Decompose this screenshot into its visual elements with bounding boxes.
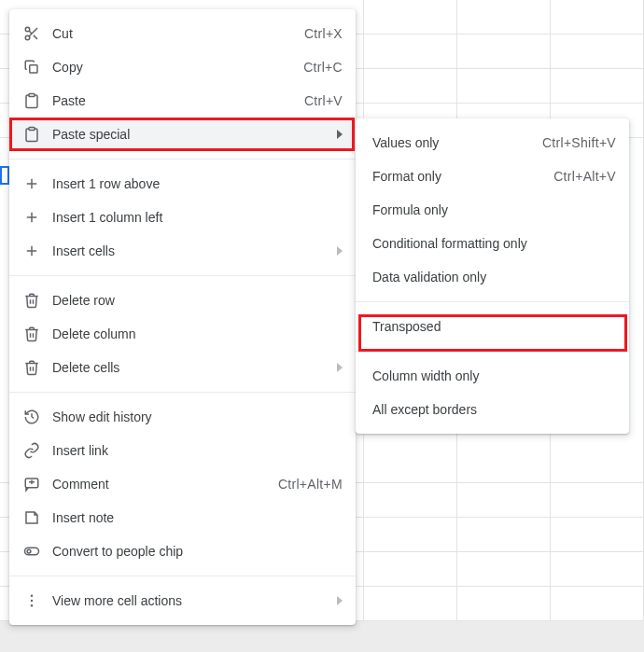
menu-divider xyxy=(356,351,629,352)
menu-divider xyxy=(9,275,356,276)
svg-rect-7 xyxy=(29,128,35,131)
menu-label: Copy xyxy=(52,60,303,75)
menu-item-insert-link[interactable]: Insert link xyxy=(9,434,356,467)
menu-item-insert-note[interactable]: Insert note xyxy=(9,501,356,534)
svg-point-1 xyxy=(25,35,30,40)
menu-item-comment[interactable]: Comment Ctrl+Alt+M xyxy=(9,467,356,501)
menu-divider xyxy=(9,576,356,576)
note-icon xyxy=(22,508,41,527)
menu-item-delete-column[interactable]: Delete column xyxy=(9,317,356,351)
plus-icon xyxy=(22,208,41,227)
copy-icon xyxy=(22,58,41,76)
svg-line-3 xyxy=(34,35,37,39)
plus-icon xyxy=(22,174,41,193)
svg-line-15 xyxy=(32,417,34,419)
menu-item-copy[interactable]: Copy Ctrl+C xyxy=(9,50,356,84)
submenu-label: Formula only xyxy=(372,202,616,217)
plus-icon xyxy=(22,242,41,260)
menu-shortcut: Ctrl+Alt+M xyxy=(278,477,343,492)
comment-icon xyxy=(22,475,41,493)
svg-point-20 xyxy=(27,549,31,553)
submenu-label: Format only xyxy=(372,169,553,184)
submenu-label: Conditional formatting only xyxy=(372,236,616,251)
svg-line-4 xyxy=(29,31,32,34)
svg-point-22 xyxy=(31,600,33,602)
menu-item-paste-special[interactable]: Paste special xyxy=(9,118,356,151)
trash-icon xyxy=(22,325,41,343)
menu-item-insert-row-above[interactable]: Insert 1 row above xyxy=(9,167,356,201)
menu-label: Paste special xyxy=(52,127,337,142)
menu-item-insert-col-left[interactable]: Insert 1 column left xyxy=(9,201,356,234)
menu-label: Show edit history xyxy=(52,409,343,424)
more-vertical-icon xyxy=(22,591,41,610)
submenu-item-formula-only[interactable]: Formula only xyxy=(356,193,629,227)
submenu-item-values-only[interactable]: Values only Ctrl+Shift+V xyxy=(356,126,629,160)
paste-special-submenu: Values only Ctrl+Shift+V Format only Ctr… xyxy=(356,118,629,434)
menu-label: Paste xyxy=(52,93,304,108)
context-menu: Cut Ctrl+X Copy Ctrl+C Paste Ctrl+V Past… xyxy=(9,9,356,625)
menu-divider xyxy=(356,301,629,302)
menu-label: Insert note xyxy=(52,510,343,525)
submenu-arrow-icon xyxy=(337,130,343,139)
submenu-item-all-except-borders[interactable]: All except borders xyxy=(356,393,629,426)
scissors-icon xyxy=(22,24,41,43)
submenu-item-format-only[interactable]: Format only Ctrl+Alt+V xyxy=(356,160,629,193)
person-chip-icon xyxy=(22,542,41,561)
menu-label: Insert 1 row above xyxy=(52,176,343,191)
svg-point-23 xyxy=(31,604,33,606)
menu-shortcut: Ctrl+C xyxy=(303,60,343,75)
menu-label: Delete cells xyxy=(52,360,337,375)
trash-icon xyxy=(22,358,41,377)
submenu-item-cond-fmt-only[interactable]: Conditional formatting only xyxy=(356,227,629,260)
submenu-arrow-icon xyxy=(337,363,343,372)
menu-label: View more cell actions xyxy=(52,593,337,608)
submenu-label: Values only xyxy=(372,135,542,150)
submenu-label: Transposed xyxy=(372,319,616,334)
submenu-shortcut: Ctrl+Alt+V xyxy=(553,169,616,184)
menu-label: Insert 1 column left xyxy=(52,210,343,225)
menu-item-view-more[interactable]: View more cell actions xyxy=(9,584,356,617)
menu-label: Delete column xyxy=(52,326,343,341)
menu-item-insert-cells[interactable]: Insert cells xyxy=(9,234,356,268)
menu-label: Insert cells xyxy=(52,243,337,258)
submenu-item-data-val-only[interactable]: Data validation only xyxy=(356,260,629,294)
submenu-item-col-width-only[interactable]: Column width only xyxy=(356,359,629,393)
menu-divider xyxy=(9,392,356,393)
submenu-arrow-icon xyxy=(337,246,343,256)
submenu-label: Data validation only xyxy=(372,270,616,284)
submenu-arrow-icon xyxy=(337,596,343,605)
selected-cell-indicator xyxy=(0,166,9,185)
menu-item-people-chip[interactable]: Convert to people chip xyxy=(9,534,356,568)
svg-rect-6 xyxy=(29,94,35,97)
submenu-shortcut: Ctrl+Shift+V xyxy=(542,135,616,150)
menu-divider xyxy=(9,159,356,160)
menu-label: Convert to people chip xyxy=(52,544,343,559)
menu-shortcut: Ctrl+X xyxy=(304,26,343,41)
link-icon xyxy=(22,441,41,460)
menu-item-paste[interactable]: Paste Ctrl+V xyxy=(9,84,356,118)
menu-label: Delete row xyxy=(52,293,343,308)
submenu-item-transposed[interactable]: Transposed xyxy=(356,310,629,343)
menu-shortcut: Ctrl+V xyxy=(304,93,343,108)
menu-label: Cut xyxy=(52,26,304,41)
clipboard-icon xyxy=(22,91,41,110)
trash-icon xyxy=(22,291,41,310)
svg-point-0 xyxy=(25,27,30,32)
menu-item-cut[interactable]: Cut Ctrl+X xyxy=(9,17,356,50)
menu-item-delete-cells[interactable]: Delete cells xyxy=(9,351,356,384)
menu-label: Insert link xyxy=(52,443,343,458)
menu-item-show-edit-history[interactable]: Show edit history xyxy=(9,400,356,434)
menu-item-delete-row[interactable]: Delete row xyxy=(9,284,356,317)
history-icon xyxy=(22,408,41,426)
clipboard-icon xyxy=(22,125,41,144)
svg-point-21 xyxy=(31,595,33,597)
menu-label: Comment xyxy=(52,477,278,492)
submenu-label: All except borders xyxy=(372,402,616,417)
svg-rect-5 xyxy=(30,65,37,73)
submenu-label: Column width only xyxy=(372,368,616,383)
